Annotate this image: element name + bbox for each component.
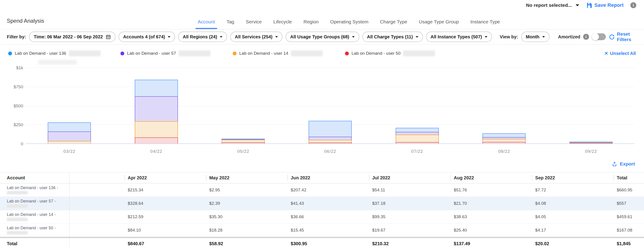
all-services-filter[interactable]: All Services (254) (230, 31, 282, 42)
bar-segment-lab-on-demand-user-14[interactable] (308, 140, 352, 143)
account-cell: Lab on Demand - user 14 - (0, 210, 70, 223)
bar-segment-lab-on-demand-user-50[interactable] (135, 137, 178, 144)
tab-instance-type[interactable]: Instance Type (470, 19, 500, 29)
toggle-knob (592, 33, 599, 40)
reset-filters-button[interactable]: Reset Filters (609, 31, 636, 42)
export-button[interactable]: Export (612, 161, 635, 167)
tab-charge-type[interactable]: Charge Type (380, 19, 408, 29)
bar-segment-lab-on-demand-user-57[interactable] (135, 96, 178, 121)
bar-segment-lab-on-demand-user-136[interactable] (135, 80, 178, 96)
bar-segment-lab-on-demand-user-14[interactable] (222, 140, 265, 142)
column-header-account: Account (0, 172, 70, 183)
filter-pill-label: All Instance Types (507) (430, 34, 482, 39)
legend-dot (120, 51, 124, 55)
legend-row: Lab on Demand - user 136Lab on Demand - … (0, 44, 644, 62)
amortized-toggle[interactable] (592, 33, 606, 40)
stacked-bar[interactable] (308, 121, 352, 144)
total-value-cell: $210.32 (369, 238, 450, 247)
bar-segment-lab-on-demand-user-14[interactable] (135, 121, 178, 137)
stacked-bar[interactable] (396, 128, 439, 144)
total-value-cell: $300.95 (288, 238, 369, 247)
account-cell: Lab on Demand - user 57 - (0, 197, 70, 210)
chart-plot-area: $1k$750$500$250003/2204/2205/2206/2207/2… (26, 65, 634, 144)
value-cell: $41.43 (288, 197, 369, 210)
bar-segment-lab-on-demand-user-136[interactable] (308, 121, 352, 136)
all-usage-type-groups-filter[interactable]: All Usage Type Groups (68) (286, 31, 359, 42)
info-icon[interactable]: i (583, 34, 589, 40)
legend-label: Lab on Demand - user 57 (127, 51, 176, 56)
row-spacer (70, 224, 124, 237)
all-charge-types-filter[interactable]: All Charge Types (11) (362, 31, 423, 42)
x-axis-tick: 04/22 (113, 149, 200, 154)
bar-segment-lab-on-demand-user-14[interactable] (482, 139, 526, 142)
value-cell: $18.28 (206, 224, 288, 237)
save-icon (586, 2, 592, 8)
bar-segment-lab-on-demand-user-57[interactable] (308, 137, 352, 140)
table-row[interactable]: Lab on Demand - user 50 -$84.10$18.28$15… (0, 224, 644, 237)
bar-segment-lab-on-demand-user-57[interactable] (48, 131, 91, 141)
value-cell: $2.39 (206, 197, 288, 210)
reset-filters-label: Reset Filters (617, 31, 636, 42)
bar-segment-lab-on-demand-user-136[interactable] (48, 122, 91, 131)
tab-service[interactable]: Service (246, 19, 262, 29)
column-header-total: Total (614, 172, 644, 183)
info-icon[interactable]: i (630, 2, 636, 8)
tab-tag[interactable]: Tag (226, 19, 235, 29)
stacked-bar[interactable] (48, 122, 91, 144)
total-value-cell: $137.49 (450, 238, 532, 247)
tab-usage-type-group[interactable]: Usage Type Group (418, 19, 459, 29)
gridline (26, 143, 634, 144)
bar-segment-lab-on-demand-user-57[interactable] (482, 137, 526, 139)
filter-by-label: Filter by: (7, 34, 26, 39)
stacked-bar[interactable] (222, 139, 265, 144)
value-cell: $167.08 (614, 224, 644, 237)
unselect-all-button[interactable]: ✕ Unselect All (604, 51, 636, 56)
value-cell: $660.95 (614, 183, 644, 197)
bar-segment-lab-on-demand-user-136[interactable] (482, 133, 526, 137)
report-selector-dropdown[interactable]: No report selected... (526, 2, 579, 8)
chevron-down-icon (275, 36, 278, 38)
all-regions-filter[interactable]: All Regions (24) (178, 31, 227, 42)
row-spacer (70, 210, 124, 223)
value-cell: $7.72 (532, 183, 614, 197)
accounts-4-filter[interactable]: Accounts 4 (of 674) (118, 31, 175, 42)
value-cell: $19.67 (369, 224, 450, 237)
top-bar: No report selected... Save Report i (0, 0, 644, 10)
chart-column-06-22: 06/22 (287, 65, 374, 144)
bar-segment-lab-on-demand-user-14[interactable] (396, 135, 439, 142)
table-row[interactable]: Lab on Demand - user 14 -$212.59$35.30$3… (0, 210, 644, 224)
total-value-cell: $58.92 (206, 238, 288, 247)
chevron-down-icon (576, 4, 579, 6)
legend-item-lab-on-demand-user-136[interactable]: Lab on Demand - user 136 (8, 50, 120, 56)
spend-analysis-page: No report selected... Save Report i Spen… (0, 0, 644, 247)
all-instance-types-filter[interactable]: All Instance Types (507) (426, 31, 492, 42)
tab-account[interactable]: Account (197, 19, 216, 29)
tab-operating-system[interactable]: Operating System (330, 19, 369, 29)
legend-item-lab-on-demand-user-14[interactable]: Lab on Demand - user 14 (233, 50, 345, 56)
redacted-text (7, 204, 28, 208)
filter-pill-label: All Usage Type Groups (68) (290, 34, 349, 39)
table-total-row: Total$840.67$58.92$300.95$210.32$137.49$… (0, 237, 644, 247)
value-cell: $35.30 (206, 210, 288, 223)
bar-segment-lab-on-demand-user-57[interactable] (396, 132, 439, 135)
chevron-down-icon (352, 36, 355, 38)
stacked-bar[interactable] (482, 133, 526, 144)
table-row[interactable]: Lab on Demand - user 57 -$328.64$2.39$41… (0, 197, 644, 210)
tab-lifecycle[interactable]: Lifecycle (273, 19, 292, 29)
legend-dot (345, 51, 349, 55)
save-report-button[interactable]: Save Report (586, 2, 624, 8)
stacked-bar[interactable] (135, 80, 178, 144)
chart-slots: 03/2204/2205/2206/2207/2208/2209/22 (26, 65, 634, 144)
legend-item-lab-on-demand-user-50[interactable]: Lab on Demand - user 50 (345, 50, 457, 56)
bar-segment-lab-on-demand-user-136[interactable] (396, 128, 439, 132)
time-filter[interactable]: Time: 06 Mar 2022 - 06 Sep 2022 (29, 31, 115, 42)
unselect-all-label: Unselect All (610, 51, 636, 56)
view-by-dropdown[interactable]: Month (521, 31, 550, 42)
value-cell: $557 (614, 197, 644, 210)
chart-column-08-22: 08/22 (460, 65, 548, 144)
tab-region[interactable]: Region (303, 19, 319, 29)
chart-column-05-22: 05/22 (200, 65, 287, 144)
row-spacer (70, 238, 124, 247)
legend-item-lab-on-demand-user-57[interactable]: Lab on Demand - user 57 (120, 50, 233, 56)
table-row[interactable]: Lab on Demand - user 136 -$215.34$2.95$2… (0, 183, 644, 197)
